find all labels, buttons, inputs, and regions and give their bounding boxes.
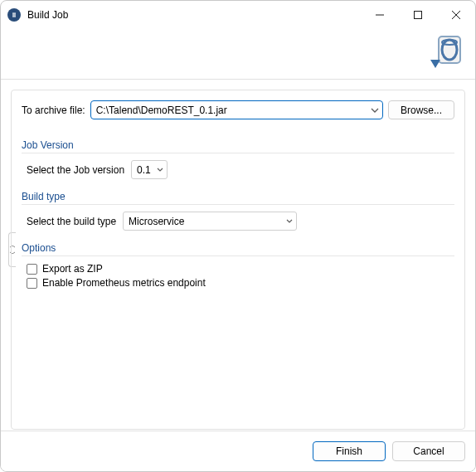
checkbox-export-zip[interactable] xyxy=(27,264,37,275)
wizard-icon xyxy=(429,35,464,77)
window-controls xyxy=(361,1,475,29)
app-icon xyxy=(7,8,21,22)
archive-row: To archive file: Browse... xyxy=(22,100,454,119)
build-type-value: Microservice xyxy=(129,216,184,227)
footer: Finish Cancel xyxy=(1,431,475,471)
option-prometheus-label: Enable Prometheus metrics endpoint xyxy=(42,277,206,289)
archive-label: To archive file: xyxy=(22,105,85,116)
group-title-options: Options xyxy=(22,242,454,256)
group-job-version: Job Version Select the Job version 0.1 xyxy=(22,139,454,179)
group-build-type: Build type Select the build type Microse… xyxy=(22,191,454,231)
option-export-zip-label: Export as ZIP xyxy=(42,263,103,275)
maximize-button[interactable] xyxy=(399,1,437,29)
archive-file-input[interactable] xyxy=(90,100,383,119)
svg-rect-5 xyxy=(415,12,422,19)
chevron-down-icon[interactable] xyxy=(371,100,379,119)
archive-file-combo[interactable] xyxy=(90,100,383,119)
build-type-label: Select the build type xyxy=(27,216,116,227)
checkbox-prometheus[interactable] xyxy=(27,278,37,289)
build-type-select[interactable]: Microservice xyxy=(123,212,297,231)
main-panel: To archive file: Browse... Job Version S… xyxy=(11,90,465,430)
chevron-down-icon xyxy=(157,168,163,172)
job-version-value: 0.1 xyxy=(137,164,151,176)
group-options: Options Export as ZIP Enable Prometheus … xyxy=(22,242,454,289)
svg-rect-3 xyxy=(12,16,16,17)
option-export-zip[interactable]: Export as ZIP xyxy=(27,263,454,275)
browse-button[interactable]: Browse... xyxy=(388,100,454,119)
cancel-button[interactable]: Cancel xyxy=(392,441,465,461)
titlebar: Build Job xyxy=(1,1,475,29)
job-version-label: Select the Job version xyxy=(27,164,124,176)
svg-rect-2 xyxy=(12,14,16,15)
content: To archive file: Browse... Job Version S… xyxy=(1,80,475,430)
window-title: Build Job xyxy=(27,9,68,21)
close-button[interactable] xyxy=(437,1,475,29)
svg-rect-1 xyxy=(12,13,16,14)
option-prometheus[interactable]: Enable Prometheus metrics endpoint xyxy=(27,277,454,289)
job-version-select[interactable]: 0.1 xyxy=(131,160,168,179)
minimize-button[interactable] xyxy=(361,1,399,29)
finish-button[interactable]: Finish xyxy=(313,441,386,461)
banner xyxy=(1,29,475,80)
group-title-build-type: Build type xyxy=(22,191,454,205)
chevron-down-icon xyxy=(286,219,293,223)
group-title-job-version: Job Version xyxy=(22,139,454,153)
